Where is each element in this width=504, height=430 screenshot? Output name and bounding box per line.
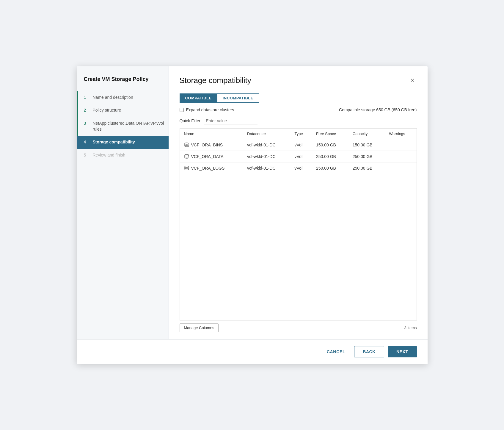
sidebar-active-bar: [77, 91, 78, 104]
col-header-warnings: Warnings: [385, 128, 416, 139]
quick-filter-input[interactable]: [204, 118, 258, 124]
step-5-number: 5: [84, 152, 90, 158]
storage-table: Name Datacenter Type Free Space Capacity…: [180, 128, 417, 174]
table-header-row: Name Datacenter Type Free Space Capacity…: [180, 128, 417, 139]
sidebar-item-policy-structure[interactable]: 2 Policy structure: [77, 104, 169, 117]
db-icon-0: [184, 142, 189, 148]
step-5-label: Review and finish: [93, 152, 125, 158]
tab-incompatible[interactable]: INCOMPATIBLE: [217, 93, 259, 103]
sidebar-active-bar-3: [77, 117, 78, 136]
cell-name-2: VCF_ORA_LOGS: [180, 162, 243, 174]
step-3-number: 3: [84, 121, 90, 126]
compat-storage-info: Compatible storage 650 GB (650 GB free): [339, 107, 417, 112]
cell-warnings-1: [385, 151, 416, 162]
db-icon-1: [184, 154, 189, 159]
cell-capacity-1: 250.00 GB: [348, 151, 385, 162]
cell-free-space-0: 150.00 GB: [312, 139, 348, 151]
cell-free-space-1: 250.00 GB: [312, 151, 348, 162]
expand-datastore-text: Expand datastore clusters: [186, 107, 234, 112]
table-footer: Manage Columns 3 items: [180, 323, 417, 332]
svg-point-1: [185, 154, 189, 156]
cancel-button[interactable]: CANCEL: [321, 346, 351, 357]
dialog-footer: CANCEL BACK NEXT: [77, 339, 428, 364]
cell-name-text-2: VCF_ORA_LOGS: [191, 166, 225, 171]
step-4-label: Storage compatibility: [93, 139, 135, 145]
cell-name-text-1: VCF_ORA_DATA: [191, 154, 224, 159]
cell-type-2: vVol: [291, 162, 312, 174]
manage-columns-button[interactable]: Manage Columns: [180, 323, 219, 332]
create-vm-storage-policy-dialog: Create VM Storage Policy 1 Name and desc…: [77, 66, 428, 364]
items-count: 3 items: [404, 326, 417, 330]
step-1-number: 1: [84, 95, 90, 101]
sidebar-item-netapp-rules[interactable]: 3 NetApp.clustered.Data.ONTAP.VP.vvol ru…: [77, 117, 169, 136]
step-2-label: Policy structure: [93, 107, 121, 113]
tab-compatible[interactable]: COMPATIBLE: [180, 93, 217, 103]
col-header-name: Name: [180, 128, 243, 139]
back-button[interactable]: BACK: [354, 346, 384, 357]
cell-datacenter-0: vcf-wkld-01-DC: [243, 139, 290, 151]
cell-capacity-0: 150.00 GB: [348, 139, 385, 151]
cell-capacity-2: 250.00 GB: [348, 162, 385, 174]
sidebar-active-bar-2: [77, 104, 78, 117]
next-button[interactable]: NEXT: [388, 346, 417, 357]
close-button[interactable]: ×: [408, 76, 417, 85]
db-icon-2: [184, 165, 189, 171]
cell-datacenter-1: vcf-wkld-01-DC: [243, 151, 290, 162]
main-content: Storage compatibility × COMPATIBLE INCOM…: [169, 66, 428, 339]
cell-type-0: vVol: [291, 139, 312, 151]
cell-free-space-2: 250.00 GB: [312, 162, 348, 174]
table-row[interactable]: VCF_ORA_DATA vcf-wkld-01-DC vVol 250.00 …: [180, 151, 417, 162]
step-2-number: 2: [84, 107, 90, 113]
col-header-datacenter: Datacenter: [243, 128, 290, 139]
cell-name-text-0: VCF_ORA_BINS: [191, 143, 223, 147]
svg-point-0: [185, 143, 189, 144]
sidebar-item-name-description[interactable]: 1 Name and description: [77, 91, 169, 104]
main-header: Storage compatibility ×: [180, 76, 417, 85]
cell-warnings-0: [385, 139, 416, 151]
sidebar-item-storage-compatibility[interactable]: 4 Storage compatibility: [77, 136, 169, 149]
col-header-capacity: Capacity: [348, 128, 385, 139]
dialog-body: Create VM Storage Policy 1 Name and desc…: [77, 66, 428, 339]
expand-datastore-label[interactable]: Expand datastore clusters: [180, 107, 234, 112]
step-1-label: Name and description: [93, 95, 133, 101]
step-4-number: 4: [84, 139, 90, 145]
cell-type-1: vVol: [291, 151, 312, 162]
col-header-free-space: Free Space: [312, 128, 348, 139]
cell-name-1: VCF_ORA_DATA: [180, 151, 243, 162]
page-title: Storage compatibility: [180, 76, 251, 85]
col-header-type: Type: [291, 128, 312, 139]
sidebar-title: Create VM Storage Policy: [77, 76, 169, 91]
expand-datastore-checkbox[interactable]: [180, 108, 184, 112]
table-row[interactable]: VCF_ORA_LOGS vcf-wkld-01-DC vVol 250.00 …: [180, 162, 417, 174]
storage-table-container: Name Datacenter Type Free Space Capacity…: [180, 128, 417, 320]
table-row[interactable]: VCF_ORA_BINS vcf-wkld-01-DC vVol 150.00 …: [180, 139, 417, 151]
filter-row: Expand datastore clusters Compatible sto…: [180, 107, 417, 112]
sidebar: Create VM Storage Policy 1 Name and desc…: [77, 66, 169, 339]
sidebar-item-review-finish[interactable]: 5 Review and finish: [77, 149, 169, 162]
svg-point-2: [185, 166, 189, 168]
step-3-label: NetApp.clustered.Data.ONTAP.VP.vvol rule…: [93, 121, 164, 132]
cell-name-0: VCF_ORA_BINS: [180, 139, 243, 151]
quick-filter-label: Quick Filter: [180, 118, 201, 123]
quick-filter-row: Quick Filter: [180, 118, 417, 124]
cell-warnings-2: [385, 162, 416, 174]
cell-datacenter-2: vcf-wkld-01-DC: [243, 162, 290, 174]
tab-row: COMPATIBLE INCOMPATIBLE: [180, 93, 417, 103]
